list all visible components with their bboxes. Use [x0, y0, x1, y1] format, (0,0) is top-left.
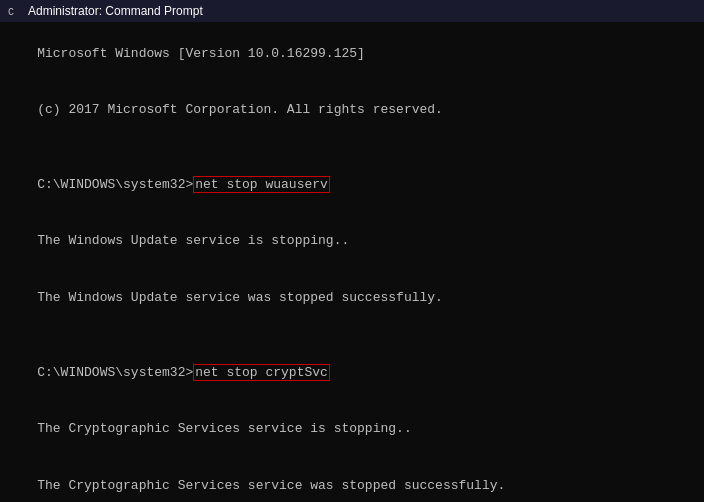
line-cmd1: C:\WINDOWS\system32>net stop wuauserv — [6, 157, 698, 214]
svg-text:C: C — [8, 7, 14, 18]
line-out2a: The Cryptographic Services service is st… — [6, 401, 698, 458]
out2b-text: The Cryptographic Services service was s… — [37, 478, 505, 493]
line-copyright: (c) 2017 Microsoft Corporation. All righ… — [6, 83, 698, 140]
line-version: Microsoft Windows [Version 10.0.16299.12… — [6, 26, 698, 83]
command-box-1: net stop wuauserv — [193, 176, 330, 193]
cmd-icon: C — [6, 3, 22, 19]
version-text: Microsoft Windows [Version 10.0.16299.12… — [37, 46, 365, 61]
terminal-body: Microsoft Windows [Version 10.0.16299.12… — [0, 22, 704, 502]
title-bar: C Administrator: Command Prompt — [0, 0, 704, 22]
line-out2b: The Cryptographic Services service was s… — [6, 458, 698, 502]
out1b-text: The Windows Update service was stopped s… — [37, 290, 443, 305]
empty-1 — [6, 139, 698, 157]
prompt-1: C:\WINDOWS\system32> — [37, 177, 193, 192]
title-bar-text: Administrator: Command Prompt — [28, 4, 698, 18]
line-cmd2: C:\WINDOWS\system32>net stop cryptSvc — [6, 345, 698, 402]
out2a-text: The Cryptographic Services service is st… — [37, 421, 411, 436]
empty-2 — [6, 327, 698, 345]
prompt-2: C:\WINDOWS\system32> — [37, 365, 193, 380]
copyright-text: (c) 2017 Microsoft Corporation. All righ… — [37, 102, 443, 117]
line-out1a: The Windows Update service is stopping.. — [6, 214, 698, 271]
out1a-text: The Windows Update service is stopping.. — [37, 233, 349, 248]
line-out1b: The Windows Update service was stopped s… — [6, 270, 698, 327]
command-box-2: net stop cryptSvc — [193, 364, 330, 381]
